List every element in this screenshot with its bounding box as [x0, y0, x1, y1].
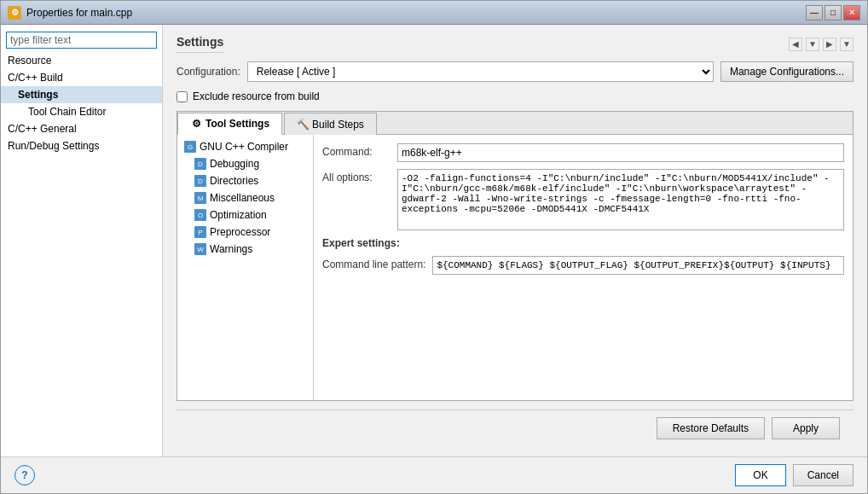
section-title: Settings	[176, 35, 223, 53]
nav-arrows: ◀ ▼ ▶ ▼	[789, 38, 854, 51]
sidebar-item-settings[interactable]: Settings	[1, 86, 162, 103]
cmd-pattern-input[interactable]	[432, 256, 844, 275]
optimization-icon: O	[194, 209, 206, 221]
manage-configurations-button[interactable]: Manage Configurations...	[720, 61, 854, 82]
config-row: Configuration: Release [ Active ] Manage…	[176, 61, 854, 82]
nav-forward-dropdown[interactable]: ▼	[840, 38, 854, 51]
main-content: Settings ◀ ▼ ▶ ▼ Configuration: Release …	[163, 25, 867, 456]
cmd-pattern-label: Command line pattern:	[322, 256, 425, 270]
tab-content: G GNU C++ Compiler D Debugging D Directo…	[177, 135, 853, 400]
command-input[interactable]	[397, 143, 844, 162]
cancel-button[interactable]: Cancel	[793, 464, 854, 486]
exclude-label: Exclude resource from build	[193, 90, 320, 102]
directories-icon: D	[194, 175, 206, 187]
config-select[interactable]: Release [ Active ]	[247, 61, 714, 82]
tab-build-steps-label: Build Steps	[312, 119, 364, 131]
all-options-textarea[interactable]: -O2 -falign-functions=4 -I"C:\nburn/incl…	[397, 169, 844, 230]
config-label: Configuration:	[176, 66, 240, 78]
warnings-icon: W	[194, 243, 206, 255]
nav-back-dropdown[interactable]: ▼	[806, 38, 819, 51]
tree-item-warnings[interactable]: W Warnings	[177, 241, 313, 258]
tab-build-steps[interactable]: 🔨 Build Steps	[284, 113, 377, 135]
cmd-pattern-row: Command line pattern:	[322, 256, 844, 275]
tree-panel: G GNU C++ Compiler D Debugging D Directo…	[177, 135, 314, 400]
tree-item-debugging[interactable]: D Debugging	[177, 155, 313, 172]
sidebar-item-run-debug[interactable]: Run/Debug Settings	[1, 137, 162, 154]
sidebar-item-tool-chain-editor[interactable]: Tool Chain Editor	[1, 103, 162, 120]
build-steps-icon: 🔨	[297, 119, 309, 131]
minimize-button[interactable]: —	[806, 5, 823, 20]
tool-settings-icon: ⚙	[190, 118, 202, 130]
tree-item-miscellaneous[interactable]: M Miscellaneous	[177, 189, 313, 206]
dialog-window: ⚙ Properties for main.cpp — □ ✕ Resource…	[0, 0, 868, 494]
title-bar: ⚙ Properties for main.cpp — □ ✕	[1, 1, 867, 25]
tabs-area: ⚙ Tool Settings 🔨 Build Steps G GNU C++	[176, 111, 854, 401]
tree-item-optimization[interactable]: O Optimization	[177, 206, 313, 224]
exclude-row: Exclude resource from build	[176, 90, 854, 102]
sidebar-item-resource[interactable]: Resource	[1, 52, 162, 69]
dialog-body: Resource C/C++ Build Settings Tool Chain…	[1, 25, 867, 456]
apply-button[interactable]: Apply	[772, 417, 840, 439]
restore-defaults-button[interactable]: Restore Defaults	[657, 417, 765, 439]
ok-button[interactable]: OK	[735, 464, 785, 486]
close-button[interactable]: ✕	[843, 5, 860, 20]
expert-settings-label: Expert settings:	[322, 237, 844, 249]
all-options-label: All options:	[322, 169, 391, 183]
window-icon: ⚙	[8, 6, 21, 20]
tree-item-gnu-cpp[interactable]: G GNU C++ Compiler	[177, 138, 313, 155]
tab-tool-settings-label: Tool Settings	[205, 118, 269, 130]
filter-input[interactable]	[6, 32, 157, 49]
title-bar-left: ⚙ Properties for main.cpp	[8, 6, 132, 20]
sidebar-item-cpp-general[interactable]: C/C++ General	[1, 120, 162, 137]
footer-right: OK Cancel	[735, 464, 854, 486]
command-row: Command:	[322, 143, 844, 162]
window-title: Properties for main.cpp	[26, 7, 132, 19]
command-label: Command:	[322, 143, 391, 158]
nav-back-button[interactable]: ◀	[789, 38, 802, 51]
exclude-checkbox[interactable]	[176, 91, 188, 102]
sidebar: Resource C/C++ Build Settings Tool Chain…	[1, 25, 163, 456]
help-button[interactable]: ?	[14, 465, 35, 485]
preprocessor-icon: P	[194, 226, 206, 238]
settings-panel: Command: All options: -O2 -falign-functi…	[314, 135, 853, 400]
bottom-buttons: Restore Defaults Apply	[176, 410, 854, 446]
all-options-row: All options: -O2 -falign-functions=4 -I"…	[322, 169, 844, 230]
gnu-cpp-icon: G	[184, 141, 196, 153]
title-buttons: — □ ✕	[806, 5, 860, 20]
tree-item-preprocessor[interactable]: P Preprocessor	[177, 224, 313, 241]
tree-item-directories[interactable]: D Directories	[177, 172, 313, 189]
section-header-row: Settings ◀ ▼ ▶ ▼	[176, 35, 854, 53]
dialog-footer: ? OK Cancel	[1, 456, 867, 493]
miscellaneous-icon: M	[194, 192, 206, 204]
sidebar-item-cpp-build[interactable]: C/C++ Build	[1, 69, 162, 86]
maximize-button[interactable]: □	[825, 5, 842, 20]
tab-bar: ⚙ Tool Settings 🔨 Build Steps	[177, 112, 853, 135]
nav-forward-button[interactable]: ▶	[823, 38, 836, 51]
debugging-icon: D	[194, 158, 206, 170]
tab-tool-settings[interactable]: ⚙ Tool Settings	[177, 113, 282, 135]
